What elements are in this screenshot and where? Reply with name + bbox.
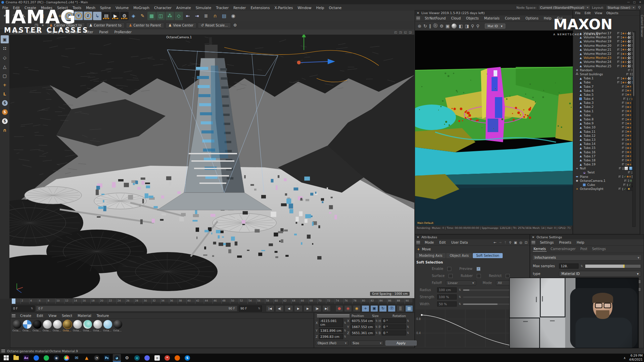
discord-icon[interactable] xyxy=(143,354,151,362)
y-lock-button[interactable]: Y xyxy=(74,11,83,20)
key-scale-button[interactable]: ▣ xyxy=(370,305,378,312)
mirror-icon[interactable]: ⇤ xyxy=(184,12,192,20)
timeline-playhead[interactable] xyxy=(12,298,15,304)
object-manager-menu-objects[interactable]: Objects xyxy=(604,11,620,15)
octane-tab-settings[interactable]: Settings xyxy=(591,247,606,252)
material-thumb-6[interactable]: Octane M xyxy=(63,320,72,332)
rotation-h-field[interactable]: 0 ° xyxy=(382,318,406,323)
enable-toggle[interactable] xyxy=(623,97,626,100)
checkbox-surface[interactable] xyxy=(449,274,453,278)
menu-render[interactable]: Render xyxy=(231,5,248,10)
object-row-tube-17[interactable]: ▲Tube.17 xyxy=(573,154,636,158)
pen-tool-icon[interactable]: ✎ xyxy=(138,12,147,20)
live-viewer-close-icon[interactable]: ✕ xyxy=(417,11,419,15)
coord-size-select[interactable]: Size▾ xyxy=(351,340,383,346)
texture-tag-icon[interactable] xyxy=(627,36,631,39)
menu-file[interactable]: File xyxy=(0,5,11,10)
material-thumb-2[interactable]: Octane M xyxy=(22,320,32,332)
viewport-menu-display[interactable]: Display xyxy=(44,30,63,34)
enable-toggle[interactable] xyxy=(622,122,625,125)
center-parent-to-button[interactable]: ♟Center Parent to xyxy=(86,23,125,28)
object-row-tube-5[interactable]: ▲Tube.5 xyxy=(573,93,636,97)
spotify-icon[interactable] xyxy=(42,354,50,362)
object-row-volume-mesher-23[interactable]: ▲Volume Mesher.23 xyxy=(573,56,636,60)
object-row-tube-7[interactable]: ▲Tube.7 xyxy=(573,84,636,88)
stepper-icon[interactable]: ⇅ xyxy=(344,335,346,338)
strength-field[interactable]: 100 % xyxy=(437,294,457,299)
attributes-menu-user-data[interactable]: User Data xyxy=(449,240,471,245)
enable-toggle[interactable] xyxy=(622,118,625,121)
lock-icon[interactable]: ▣ xyxy=(514,241,517,244)
stepper-icon[interactable]: ⇅ xyxy=(344,321,346,324)
hamburger-icon[interactable] xyxy=(532,241,535,244)
object-manager-scrollbar[interactable] xyxy=(632,31,636,227)
up-icon[interactable]: ↑ xyxy=(504,241,507,244)
object-row-cube[interactable]: Cube✓ xyxy=(573,183,636,187)
falloff-select[interactable]: Linear▾ xyxy=(446,280,476,285)
enable-toggle[interactable] xyxy=(618,175,622,178)
camera-active-icon[interactable]: ⊡ xyxy=(630,179,632,182)
clay-mode-icon[interactable]: ◧ xyxy=(459,24,463,29)
radius-field[interactable]: 100 cm xyxy=(437,287,457,292)
primitive-cube-icon[interactable]: ◈ xyxy=(129,12,138,20)
object-row-tube[interactable]: ▲Tube xyxy=(573,80,636,84)
white-balance-picker-icon[interactable]: ⚲ xyxy=(476,24,479,29)
object-row-tube[interactable]: ▲Tube xyxy=(573,113,636,117)
kernel-type-select[interactable]: Infochannels▾ xyxy=(532,255,642,260)
enable-toggle[interactable] xyxy=(622,146,625,150)
apply-button[interactable]: Apply xyxy=(385,340,417,346)
octane-tab-post[interactable]: Post xyxy=(580,247,588,252)
texture-tag-icon[interactable] xyxy=(627,52,631,56)
live-viewer-menu-strnotfound[interactable]: StrNotFound xyxy=(422,16,448,21)
object-row-plane[interactable]: ▬Plane✓ xyxy=(573,175,636,179)
enable-toggle[interactable] xyxy=(623,183,626,187)
menu-modes[interactable]: Modes xyxy=(39,5,55,10)
texture-tag-icon[interactable] xyxy=(627,64,631,68)
menu-spline[interactable]: Spline xyxy=(98,5,113,10)
tab-object-axis[interactable]: Object Axis xyxy=(446,253,472,258)
max-samples-field[interactable]: 128. xyxy=(559,264,579,269)
attributes-titlebar[interactable]: ✕ Attributes xyxy=(415,235,530,239)
view-center-button[interactable]: ♟View Center xyxy=(166,23,196,28)
object-row-twist[interactable]: ◒Twist✓ xyxy=(573,170,636,174)
settings-icon[interactable]: ⚙ xyxy=(123,354,131,362)
axis-mode-icon[interactable]: + xyxy=(1,81,9,89)
viewport-menu-prorender[interactable]: ProRender xyxy=(111,30,134,34)
size-y-field[interactable]: 1667.552 cm xyxy=(351,324,375,329)
enable-toggle[interactable] xyxy=(622,134,625,137)
commander-grid-icon[interactable]: ▤ xyxy=(220,12,228,20)
position-x-field[interactable]: -6115.081 cm xyxy=(319,318,343,327)
end-frame-field[interactable]: 90 F⇅ xyxy=(239,306,262,312)
viewport-menu-cameras[interactable]: Cameras xyxy=(24,30,44,34)
live-viewer-menu-help[interactable]: Help xyxy=(541,16,554,21)
material-thumb-8[interactable]: Octane M xyxy=(83,320,92,332)
enable-toggle[interactable] xyxy=(617,40,620,43)
octane-tab-kernels[interactable]: Kernels xyxy=(533,247,547,252)
volume-builder-icon[interactable]: ◇ xyxy=(175,12,183,20)
minimize-button[interactable]: — xyxy=(627,1,630,4)
live-viewer-menu-materials[interactable]: Materials xyxy=(481,16,502,21)
material-menu-texture[interactable]: Texture xyxy=(94,314,112,318)
z-lock-button[interactable]: Z xyxy=(84,11,92,20)
next-frame-button[interactable]: ▶ xyxy=(304,305,312,312)
material-thumb-1[interactable]: Octane M xyxy=(12,320,22,332)
steam-icon[interactable]: ◉ xyxy=(52,354,60,362)
enable-toggle[interactable] xyxy=(618,187,622,191)
enable-toggle[interactable] xyxy=(622,142,625,146)
prev-key-button[interactable]: ◀| xyxy=(275,305,284,312)
enable-toggle[interactable] xyxy=(622,101,625,105)
object-row-tube-1[interactable]: ▲Tube.1 xyxy=(573,109,636,113)
focus-picker-icon[interactable]: ⚲ xyxy=(471,24,474,29)
new-panel-icon[interactable]: ⊡ xyxy=(525,241,527,244)
goto-end-button[interactable]: ▶| xyxy=(322,305,331,312)
snap-settings-icon[interactable]: S xyxy=(1,117,9,125)
viewport-menu-options[interactable]: Options xyxy=(63,30,82,34)
lv-settings-gear-icon[interactable]: ⚙ xyxy=(440,24,444,29)
maximize-button[interactable]: □ xyxy=(633,1,636,4)
last-tool-icon[interactable]: + xyxy=(56,12,64,20)
material-thumb-7[interactable]: Octane M xyxy=(73,320,82,332)
polygon-mode-icon[interactable]: △ xyxy=(1,63,9,71)
stepper-icon[interactable]: ⇅ xyxy=(407,325,409,328)
menu-help[interactable]: Help xyxy=(314,5,327,10)
motion-system-button[interactable]: ▥ xyxy=(405,305,413,312)
